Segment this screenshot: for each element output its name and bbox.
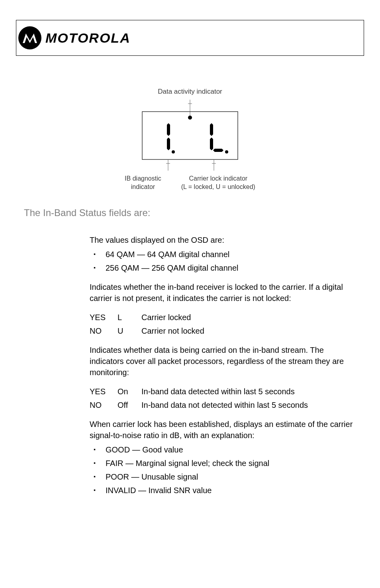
list-item: GOOD — Good value: [90, 444, 356, 455]
svg-point-3: [188, 116, 192, 120]
data-table: YES On In-band data detected within last…: [90, 386, 356, 411]
description: In-band data not detected within last 5 …: [141, 399, 356, 411]
table-row: YES On In-band data detected within last…: [90, 386, 356, 397]
motorola-logo-icon: [18, 26, 41, 49]
content-area: The values displayed on the OSD are: 64 …: [90, 234, 356, 496]
table-row: NO Off In-band data not detected within …: [90, 399, 356, 411]
led-value: L: [118, 312, 141, 323]
osd-value: NO: [90, 399, 118, 411]
list-item: 256 QAM — 256 QAM digital channel: [90, 262, 356, 273]
svg-point-5: [225, 150, 228, 153]
led-value: U: [118, 325, 141, 336]
led-value: On: [118, 386, 141, 397]
logo-container: MOTOROLA: [18, 26, 131, 49]
led-value: Off: [118, 399, 141, 411]
description: In-band data detected within last 5 seco…: [141, 386, 356, 397]
brand-text: MOTOROLA: [45, 30, 131, 46]
carrier-line1: Carrier lock indicator: [189, 175, 247, 182]
osd-value: NO: [90, 325, 118, 336]
osd-value: YES: [90, 312, 118, 323]
diagram-section: Data activity indicator IB diagnosti: [0, 88, 380, 191]
ib-diagnostic-label: IB diagnostic indicator: [125, 175, 161, 191]
header-box: MOTOROLA: [16, 20, 364, 56]
data-activity-label: Data activity indicator: [0, 88, 380, 96]
snr-list: GOOD — Good value FAIR — Marginal signal…: [90, 444, 356, 496]
ib-diag-line2: indicator: [131, 183, 155, 190]
osd-intro: The values displayed on the OSD are:: [90, 234, 356, 246]
section-title: The In-Band Status fields are:: [24, 207, 380, 218]
carrier-line2: (L = locked, U = unlocked): [181, 183, 255, 190]
description: Carrier not locked: [141, 325, 356, 336]
led-diagram: [122, 100, 258, 171]
svg-point-4: [172, 150, 175, 153]
osd-value: YES: [90, 386, 118, 397]
table-row: NO U Carrier not locked: [90, 325, 356, 336]
osd-list: 64 QAM — 64 QAM digital channel 256 QAM …: [90, 249, 356, 273]
table-row: YES L Carrier locked: [90, 312, 356, 323]
carrier-table: YES L Carrier locked NO U Carrier not lo…: [90, 312, 356, 336]
list-item: FAIR — Marginal signal level; check the …: [90, 458, 356, 469]
list-item: POOR — Unusable signal: [90, 471, 356, 482]
description: Carrier locked: [141, 312, 356, 323]
carrier-lock-intro: Indicates whether the in-band receiver i…: [90, 281, 356, 304]
carrier-lock-label: Carrier lock indicator (L = locked, U = …: [181, 175, 255, 191]
ib-diag-line1: IB diagnostic: [125, 175, 161, 182]
list-item: 64 QAM — 64 QAM digital channel: [90, 249, 356, 260]
data-intro: Indicates whether data is being carried …: [90, 344, 356, 378]
list-item: INVALID — Invalid SNR value: [90, 485, 356, 496]
diagram-bottom-labels: IB diagnostic indicator Carrier lock ind…: [0, 175, 380, 191]
snr-intro: When carrier lock has been established, …: [90, 419, 356, 441]
